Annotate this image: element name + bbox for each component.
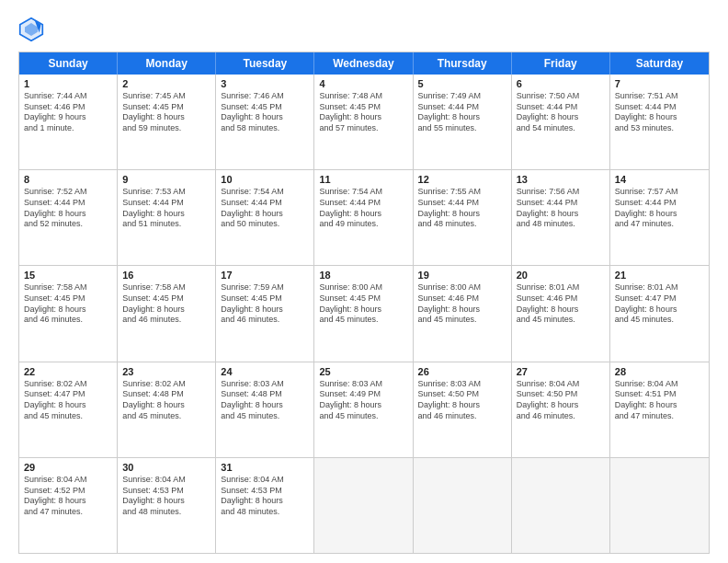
day-number: 26 [418,366,506,377]
calendar-cell-28: 28Sunrise: 8:04 AM Sunset: 4:51 PM Dayli… [610,362,709,457]
calendar-cell-5: 5Sunrise: 7:49 AM Sunset: 4:44 PM Daylig… [414,75,512,169]
cell-info: Sunrise: 7:52 AM Sunset: 4:44 PM Dayligh… [24,187,112,230]
calendar-row-2: 8Sunrise: 7:52 AM Sunset: 4:44 PM Daylig… [19,170,709,266]
day-number: 3 [221,78,309,89]
cell-info: Sunrise: 7:59 AM Sunset: 4:45 PM Dayligh… [221,282,309,326]
calendar-cell-23: 23Sunrise: 8:02 AM Sunset: 4:48 PM Dayli… [118,362,216,457]
day-number: 6 [517,78,605,89]
cell-info: Sunrise: 8:02 AM Sunset: 4:48 PM Dayligh… [122,379,210,422]
cell-info: Sunrise: 7:57 AM Sunset: 4:44 PM Dayligh… [615,187,704,230]
calendar-cell-2: 2Sunrise: 7:45 AM Sunset: 4:45 PM Daylig… [118,75,216,169]
header-day-saturday: Saturday [610,52,709,75]
day-number: 24 [221,366,309,377]
day-number: 31 [221,462,309,473]
calendar-cell-7: 7Sunrise: 7:51 AM Sunset: 4:44 PM Daylig… [610,75,709,169]
calendar-cell-9: 9Sunrise: 7:53 AM Sunset: 4:44 PM Daylig… [118,170,216,265]
calendar-cell-6: 6Sunrise: 7:50 AM Sunset: 4:44 PM Daylig… [512,75,610,169]
day-number: 21 [615,270,704,281]
calendar-cell-24: 24Sunrise: 8:03 AM Sunset: 4:48 PM Dayli… [216,362,314,457]
header-day-friday: Friday [512,52,610,75]
cell-info: Sunrise: 8:00 AM Sunset: 4:46 PM Dayligh… [418,282,506,326]
calendar-row-5: 29Sunrise: 8:04 AM Sunset: 4:52 PM Dayli… [19,458,709,553]
cell-info: Sunrise: 8:04 AM Sunset: 4:53 PM Dayligh… [122,475,210,518]
cell-info: Sunrise: 7:55 AM Sunset: 4:44 PM Dayligh… [418,187,506,230]
header [18,17,710,42]
day-number: 13 [517,174,605,185]
calendar-cell-11: 11Sunrise: 7:54 AM Sunset: 4:44 PM Dayli… [314,170,413,265]
day-number: 2 [122,78,210,89]
calendar-cell-12: 12Sunrise: 7:55 AM Sunset: 4:44 PM Dayli… [414,170,512,265]
logo-icon [18,17,44,42]
cell-info: Sunrise: 7:58 AM Sunset: 4:45 PM Dayligh… [122,282,210,326]
header-day-sunday: Sunday [19,52,118,75]
cell-info: Sunrise: 7:49 AM Sunset: 4:44 PM Dayligh… [418,91,506,134]
day-number: 8 [24,174,112,185]
calendar-row-4: 22Sunrise: 8:02 AM Sunset: 4:47 PM Dayli… [19,362,709,458]
day-number: 22 [24,366,112,377]
cell-info: Sunrise: 7:50 AM Sunset: 4:44 PM Dayligh… [517,91,605,134]
header-day-wednesday: Wednesday [314,52,413,75]
day-number: 11 [319,174,407,185]
calendar-cell-30: 30Sunrise: 8:04 AM Sunset: 4:53 PM Dayli… [118,458,216,553]
header-day-thursday: Thursday [414,52,512,75]
day-number: 29 [24,462,112,473]
calendar-cell-1: 1Sunrise: 7:44 AM Sunset: 4:46 PM Daylig… [19,75,118,169]
calendar-cell-empty [414,458,512,553]
calendar-cell-27: 27Sunrise: 8:04 AM Sunset: 4:50 PM Dayli… [512,362,610,457]
cell-info: Sunrise: 7:51 AM Sunset: 4:44 PM Dayligh… [615,91,704,134]
cell-info: Sunrise: 8:03 AM Sunset: 4:48 PM Dayligh… [221,379,309,422]
calendar-cell-21: 21Sunrise: 8:01 AM Sunset: 4:47 PM Dayli… [610,266,709,361]
calendar-cell-15: 15Sunrise: 7:58 AM Sunset: 4:45 PM Dayli… [19,266,118,361]
calendar-row-1: 1Sunrise: 7:44 AM Sunset: 4:46 PM Daylig… [19,75,709,170]
cell-info: Sunrise: 8:01 AM Sunset: 4:47 PM Dayligh… [615,282,704,326]
calendar-cell-8: 8Sunrise: 7:52 AM Sunset: 4:44 PM Daylig… [19,170,118,265]
calendar-cell-16: 16Sunrise: 7:58 AM Sunset: 4:45 PM Dayli… [118,266,216,361]
calendar-cell-13: 13Sunrise: 7:56 AM Sunset: 4:44 PM Dayli… [512,170,610,265]
day-number: 27 [517,366,605,377]
calendar-cell-10: 10Sunrise: 7:54 AM Sunset: 4:44 PM Dayli… [216,170,314,265]
cell-info: Sunrise: 7:58 AM Sunset: 4:45 PM Dayligh… [24,282,112,326]
cell-info: Sunrise: 8:03 AM Sunset: 4:50 PM Dayligh… [418,379,506,422]
header-day-monday: Monday [118,52,216,75]
calendar-cell-26: 26Sunrise: 8:03 AM Sunset: 4:50 PM Dayli… [414,362,512,457]
calendar-cell-empty [512,458,610,553]
calendar-cell-31: 31Sunrise: 8:04 AM Sunset: 4:53 PM Dayli… [216,458,314,553]
calendar-cell-22: 22Sunrise: 8:02 AM Sunset: 4:47 PM Dayli… [19,362,118,457]
cell-info: Sunrise: 8:02 AM Sunset: 4:47 PM Dayligh… [24,379,112,422]
cell-info: Sunrise: 8:03 AM Sunset: 4:49 PM Dayligh… [319,379,407,422]
calendar-cell-3: 3Sunrise: 7:46 AM Sunset: 4:45 PM Daylig… [216,75,314,169]
calendar-cell-4: 4Sunrise: 7:48 AM Sunset: 4:45 PM Daylig… [314,75,413,169]
day-number: 16 [122,270,210,281]
calendar-header: SundayMondayTuesdayWednesdayThursdayFrid… [19,52,709,75]
cell-info: Sunrise: 7:44 AM Sunset: 4:46 PM Dayligh… [24,91,112,134]
cell-info: Sunrise: 8:04 AM Sunset: 4:52 PM Dayligh… [24,475,112,518]
day-number: 4 [319,78,407,89]
calendar: SundayMondayTuesdayWednesdayThursdayFrid… [18,52,710,554]
day-number: 28 [615,366,704,377]
day-number: 30 [122,462,210,473]
day-number: 14 [615,174,704,185]
cell-info: Sunrise: 8:00 AM Sunset: 4:45 PM Dayligh… [319,282,407,326]
calendar-cell-17: 17Sunrise: 7:59 AM Sunset: 4:45 PM Dayli… [216,266,314,361]
day-number: 1 [24,78,112,89]
cell-info: Sunrise: 7:54 AM Sunset: 4:44 PM Dayligh… [319,187,407,230]
day-number: 9 [122,174,210,185]
cell-info: Sunrise: 8:04 AM Sunset: 4:51 PM Dayligh… [615,379,704,422]
cell-info: Sunrise: 7:54 AM Sunset: 4:44 PM Dayligh… [221,187,309,230]
logo [18,17,46,42]
calendar-cell-25: 25Sunrise: 8:03 AM Sunset: 4:49 PM Dayli… [314,362,413,457]
day-number: 23 [122,366,210,377]
calendar-cell-18: 18Sunrise: 8:00 AM Sunset: 4:45 PM Dayli… [314,266,413,361]
day-number: 7 [615,78,704,89]
cell-info: Sunrise: 8:04 AM Sunset: 4:53 PM Dayligh… [221,475,309,518]
day-number: 20 [517,270,605,281]
day-number: 25 [319,366,407,377]
calendar-cell-empty [314,458,413,553]
page: SundayMondayTuesdayWednesdayThursdayFrid… [0,0,728,563]
calendar-cell-29: 29Sunrise: 8:04 AM Sunset: 4:52 PM Dayli… [19,458,118,553]
day-number: 15 [24,270,112,281]
day-number: 5 [418,78,506,89]
calendar-body: 1Sunrise: 7:44 AM Sunset: 4:46 PM Daylig… [19,75,709,553]
cell-info: Sunrise: 8:04 AM Sunset: 4:50 PM Dayligh… [517,379,605,422]
cell-info: Sunrise: 7:56 AM Sunset: 4:44 PM Dayligh… [517,187,605,230]
